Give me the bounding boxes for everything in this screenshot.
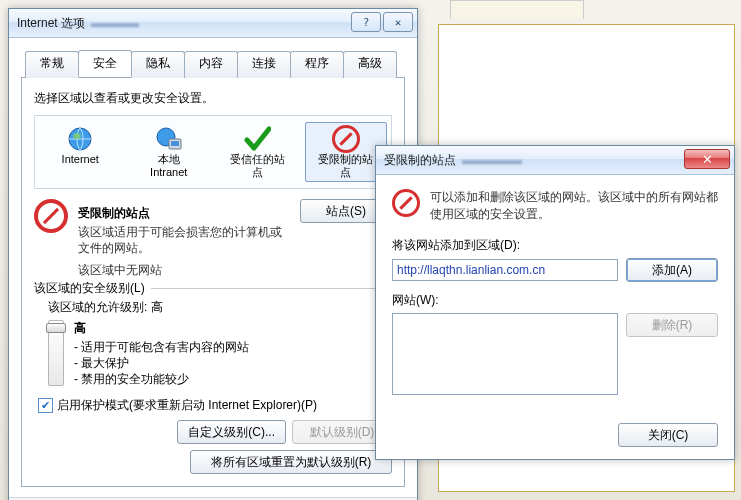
check-icon [217, 125, 298, 153]
title-blur: ▬▬▬▬ [91, 16, 139, 30]
zone-intranet[interactable]: 本地Intranet [128, 122, 211, 182]
tab-content[interactable]: 内容 [184, 51, 238, 78]
zone-label: 本地Intranet [129, 153, 210, 179]
zone-internet[interactable]: Internet [39, 122, 122, 182]
level-bullets: 适用于可能包含有害内容的网站 最大保护 禁用的安全功能较少 [74, 339, 249, 387]
background-panel [438, 24, 735, 156]
prohibit-icon [34, 197, 68, 233]
websites-listbox[interactable] [392, 313, 618, 395]
prohibit-icon [306, 125, 387, 153]
selected-zone-desc: 该区域适用于可能会损害您的计算机或文件的网站。 [78, 224, 290, 256]
tab-advanced[interactable]: 高级 [343, 51, 397, 78]
dialog-desc: 可以添加和删除该区域的网站。该区域中的所有网站都使用区域的安全设置。 [430, 189, 718, 223]
zone-trusted[interactable]: 受信任的站点 [216, 122, 299, 182]
zone-empty-note: 该区域中无网站 [78, 262, 290, 278]
tab-security[interactable]: 安全 [78, 50, 132, 77]
security-level-group: 该区域的安全级别(L) 该区域的允许级别: 高 高 适用于可能包含有害内容的网站… [34, 288, 392, 474]
svg-rect-4 [171, 141, 179, 146]
zone-label: Internet [40, 153, 121, 166]
websites-label: 网站(W): [392, 292, 718, 309]
close-dialog-button[interactable]: 关闭(C) [618, 423, 718, 447]
window-title: Internet 选项 [17, 15, 85, 32]
zone-label: 受限制的站点 [306, 153, 387, 179]
allowed-levels-label: 该区域的允许级别: 高 [48, 299, 392, 316]
globe-icon [40, 125, 121, 153]
intranet-icon [129, 125, 210, 153]
zone-list: Internet 本地Intranet 受信任的站点 受限制的站点 [34, 115, 392, 189]
selected-zone-title: 受限制的站点 [78, 205, 290, 222]
window-title: 受限制的站点 [384, 152, 456, 169]
prohibit-icon [392, 189, 420, 217]
svg-point-1 [73, 133, 81, 139]
tab-programs[interactable]: 程序 [290, 51, 344, 78]
remove-button: 删除(R) [626, 313, 718, 337]
titlebar[interactable]: Internet 选项 ▬▬▬▬ ? ✕ [9, 9, 417, 38]
level-value: 高 [74, 320, 249, 337]
zone-hint: 选择区域以查看或更改安全设置。 [34, 90, 392, 107]
level-slider[interactable] [48, 320, 64, 386]
close-button[interactable]: ✕ [684, 149, 730, 169]
title-blur: ▬▬▬▬▬ [462, 153, 522, 167]
restricted-sites-dialog: 受限制的站点 ▬▬▬▬▬ ✕ 可以添加和删除该区域的网站。该区域中的所有网站都使… [375, 145, 735, 460]
add-label: 将该网站添加到区域(D): [392, 237, 718, 254]
titlebar[interactable]: 受限制的站点 ▬▬▬▬▬ ✕ [376, 146, 734, 175]
tab-connections[interactable]: 连接 [237, 51, 291, 78]
tab-general[interactable]: 常规 [25, 51, 79, 78]
zone-label: 受信任的站点 [217, 153, 298, 179]
tabs: 常规 安全 隐私 内容 连接 程序 高级 [21, 50, 405, 78]
reset-all-button[interactable]: 将所有区域重置为默认级别(R) [190, 450, 392, 474]
security-panel: 选择区域以查看或更改安全设置。 Internet 本地Intranet [21, 78, 405, 487]
custom-level-button[interactable]: 自定义级别(C)... [177, 420, 286, 444]
background-tab [450, 0, 584, 19]
internet-options-window: Internet 选项 ▬▬▬▬ ? ✕ 常规 安全 隐私 内容 连接 程序 高… [8, 8, 418, 500]
tab-privacy[interactable]: 隐私 [131, 51, 185, 78]
protected-mode-checkbox[interactable]: ✔ [38, 398, 53, 413]
close-button[interactable]: ✕ [383, 12, 413, 32]
protected-mode-label: 启用保护模式(要求重新启动 Internet Explorer)(P) [57, 397, 317, 414]
help-button[interactable]: ? [351, 12, 381, 32]
add-button[interactable]: 添加(A) [626, 258, 718, 282]
group-legend: 该区域的安全级别(L) [34, 280, 151, 297]
add-site-input[interactable] [392, 259, 618, 281]
